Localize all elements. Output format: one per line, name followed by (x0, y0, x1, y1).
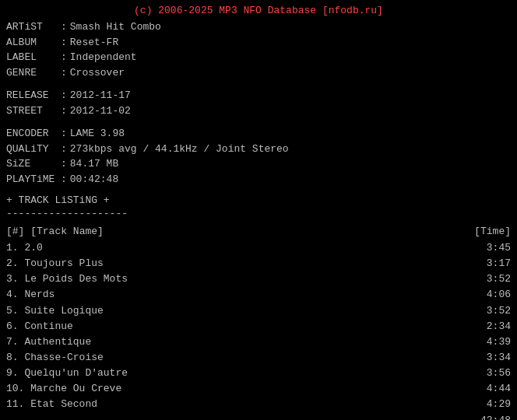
quality-label: QUALiTY (6, 142, 61, 157)
street-row: STREET : 2012-11-02 (6, 103, 511, 119)
date-block: RELEASE : 2012-11-17 STREET : 2012-11-02 (6, 88, 511, 118)
total-time-value: 42:48 (480, 415, 511, 420)
street-label: STREET (6, 103, 61, 119)
track-time: 3:45 (472, 240, 511, 256)
track-num-name: 1. 2.0 (6, 240, 472, 256)
track-time: 4:39 (472, 334, 511, 350)
track-row: 7. Authentique4:39 (6, 334, 511, 350)
quality-row: QUALiTY : 273kbps avg / 44.1kHz / Joint … (6, 142, 511, 157)
encoder-label: ENCODER (6, 126, 61, 142)
release-value: 2012-11-17 (70, 88, 131, 103)
track-row: 2. Toujours Plus3:17 (6, 256, 511, 271)
track-listing-title: + TRACK LiSTiNG + (6, 194, 511, 206)
track-num-name: 6. Continue (6, 319, 472, 334)
artist-row: ARTiST : Smash Hit Combo (6, 19, 511, 35)
track-time: 3:34 (472, 350, 511, 366)
release-row: RELEASE : 2012-11-17 (6, 88, 511, 103)
size-row: SiZE : 84.17 MB (6, 156, 511, 172)
album-row: ALBUM : Reset-FR (6, 35, 511, 51)
track-num-name: 3. Le Poids Des Mots (6, 271, 472, 287)
track-row: 8. Chasse-Croise3:34 (6, 350, 511, 366)
track-time: 4:44 (472, 381, 511, 397)
label-row: LABEL : Independent (6, 50, 511, 65)
release-label: RELEASE (6, 88, 61, 103)
track-row: 9. Quelqu'un D'autre3:56 (6, 366, 511, 381)
track-num-name: 9. Quelqu'un D'autre (6, 366, 472, 381)
track-row: 4. Nerds4:06 (6, 287, 511, 303)
track-row: 6. Continue2:34 (6, 319, 511, 334)
col-num-name: [#] [Track Name] (6, 226, 104, 237)
track-row: 11. Etat Second4:29 (6, 397, 511, 412)
artist-value: Smash Hit Combo (70, 19, 161, 35)
size-value: 84.17 MB (70, 156, 118, 172)
label-label: LABEL (6, 50, 61, 65)
track-time: 2:34 (472, 319, 511, 334)
street-value: 2012-11-02 (70, 103, 131, 119)
track-header: [#] [Track Name] [Time] (6, 226, 511, 237)
album-value: Reset-FR (70, 35, 118, 51)
track-time: 3:52 (472, 303, 511, 319)
track-num-name: 8. Chasse-Croise (6, 350, 472, 366)
encoder-block: ENCODER : LAME 3.98 QUALiTY : 273kbps av… (6, 126, 511, 187)
track-time: 4:29 (472, 397, 511, 412)
playtime-row: PLAYTiME : 00:42:48 (6, 172, 511, 187)
info-block: ARTiST : Smash Hit Combo ALBUM : Reset-F… (6, 19, 511, 80)
track-row: 5. Suite Logique3:52 (6, 303, 511, 319)
track-num-name: 11. Etat Second (6, 397, 472, 412)
album-label: ALBUM (6, 35, 61, 51)
track-row: 3. Le Poids Des Mots3:52 (6, 271, 511, 287)
total-time: 42:48 (6, 415, 511, 420)
encoder-row: ENCODER : LAME 3.98 (6, 126, 511, 142)
playtime-value: 00:42:48 (70, 172, 118, 187)
genre-label: GENRE (6, 65, 61, 81)
track-time: 4:06 (472, 287, 511, 303)
track-num-name: 4. Nerds (6, 287, 472, 303)
label-value: Independent (70, 50, 137, 65)
track-listing-divider: -------------------- (6, 208, 511, 219)
genre-value: Crossover (70, 65, 125, 81)
track-num-name: 2. Toujours Plus (6, 256, 472, 271)
size-label: SiZE (6, 156, 61, 172)
track-row: 10. Marche Ou Creve4:44 (6, 381, 511, 397)
quality-value: 273kbps avg / 44.1kHz / Joint Stereo (70, 142, 289, 157)
track-time: 3:17 (472, 256, 511, 271)
track-time: 3:52 (472, 271, 511, 287)
track-time: 3:56 (472, 366, 511, 381)
track-num-name: 10. Marche Ou Creve (6, 381, 472, 397)
track-num-name: 7. Authentique (6, 334, 472, 350)
track-list: 1. 2.03:452. Toujours Plus3:173. Le Poid… (6, 240, 511, 413)
playtime-label: PLAYTiME (6, 172, 61, 187)
artist-label: ARTiST (6, 19, 61, 35)
track-row: 1. 2.03:45 (6, 240, 511, 256)
encoder-value: LAME 3.98 (70, 126, 125, 142)
header-line: (c) 2006-2025 MP3 NFO Database [nfodb.ru… (6, 5, 511, 16)
track-num-name: 5. Suite Logique (6, 303, 472, 319)
genre-row: GENRE : Crossover (6, 65, 511, 81)
col-time: [Time] (474, 226, 511, 237)
